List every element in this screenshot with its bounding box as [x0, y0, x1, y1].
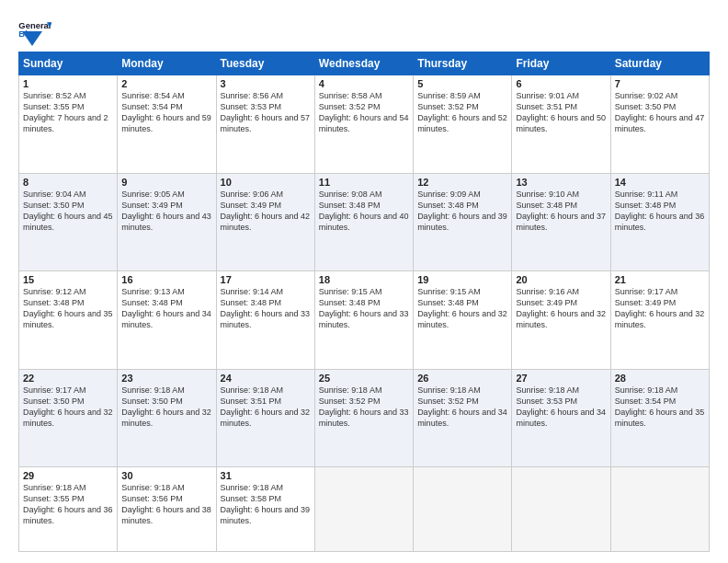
cell-info: Sunrise: 8:59 AMSunset: 3:52 PMDaylight:…: [417, 90, 507, 135]
weekday-header-sunday: Sunday: [19, 52, 118, 75]
table-row: 12Sunrise: 9:09 AMSunset: 3:48 PMDayligh…: [414, 173, 512, 271]
day-number: 20: [516, 274, 606, 285]
calendar-week-4: 22Sunrise: 9:17 AMSunset: 3:50 PMDayligh…: [19, 369, 710, 467]
cell-info: Sunrise: 9:15 AMSunset: 3:48 PMDaylight:…: [417, 286, 507, 331]
cell-info: Sunrise: 8:54 AMSunset: 3:54 PMDaylight:…: [121, 90, 211, 135]
day-number: 23: [121, 373, 211, 384]
table-row: 29Sunrise: 9:18 AMSunset: 3:55 PMDayligh…: [19, 467, 118, 552]
calendar-week-3: 15Sunrise: 9:12 AMSunset: 3:48 PMDayligh…: [19, 271, 710, 370]
table-row: 13Sunrise: 9:10 AMSunset: 3:48 PMDayligh…: [512, 173, 610, 271]
day-number: 9: [121, 177, 211, 188]
day-number: 2: [121, 78, 211, 89]
calendar-week-2: 8Sunrise: 9:04 AMSunset: 3:50 PMDaylight…: [19, 173, 710, 271]
cell-info: Sunrise: 9:02 AMSunset: 3:50 PMDaylight:…: [615, 90, 705, 135]
cell-info: Sunrise: 8:52 AMSunset: 3:55 PMDaylight:…: [23, 90, 113, 135]
page-header: General Blue: [18, 17, 710, 42]
cell-info: Sunrise: 9:18 AMSunset: 3:54 PMDaylight:…: [615, 385, 705, 430]
table-row: 23Sunrise: 9:18 AMSunset: 3:50 PMDayligh…: [118, 369, 216, 467]
day-number: 16: [121, 274, 211, 285]
table-row: 2Sunrise: 8:54 AMSunset: 3:54 PMDaylight…: [118, 75, 216, 174]
cell-info: Sunrise: 9:18 AMSunset: 3:55 PMDaylight:…: [23, 482, 113, 527]
calendar-week-5: 29Sunrise: 9:18 AMSunset: 3:55 PMDayligh…: [19, 467, 710, 552]
cell-info: Sunrise: 9:17 AMSunset: 3:49 PMDaylight:…: [615, 286, 705, 331]
table-row: 7Sunrise: 9:02 AMSunset: 3:50 PMDaylight…: [610, 75, 709, 174]
day-number: 26: [417, 373, 507, 384]
table-row: 26Sunrise: 9:18 AMSunset: 3:52 PMDayligh…: [414, 369, 512, 467]
table-row: 14Sunrise: 9:11 AMSunset: 3:48 PMDayligh…: [610, 173, 709, 271]
day-number: 6: [516, 78, 606, 89]
day-number: 31: [221, 470, 311, 481]
day-number: 5: [417, 78, 507, 89]
cell-info: Sunrise: 9:16 AMSunset: 3:49 PMDaylight:…: [516, 286, 606, 331]
cell-info: Sunrise: 9:18 AMSunset: 3:56 PMDaylight:…: [121, 482, 211, 527]
day-number: 15: [23, 274, 113, 285]
table-row: 20Sunrise: 9:16 AMSunset: 3:49 PMDayligh…: [512, 271, 610, 370]
day-number: 19: [417, 274, 507, 285]
day-number: 7: [615, 78, 705, 89]
day-number: 13: [516, 177, 606, 188]
weekday-header-friday: Friday: [512, 52, 610, 75]
table-row: [610, 467, 709, 552]
table-row: 15Sunrise: 9:12 AMSunset: 3:48 PMDayligh…: [19, 271, 118, 370]
weekday-header-tuesday: Tuesday: [216, 52, 314, 75]
table-row: 27Sunrise: 9:18 AMSunset: 3:53 PMDayligh…: [512, 369, 610, 467]
day-number: 18: [319, 274, 409, 285]
cell-info: Sunrise: 9:12 AMSunset: 3:48 PMDaylight:…: [23, 286, 113, 331]
day-number: 27: [516, 373, 606, 384]
cell-info: Sunrise: 9:09 AMSunset: 3:48 PMDaylight:…: [417, 189, 507, 234]
cell-info: Sunrise: 8:56 AMSunset: 3:53 PMDaylight:…: [221, 90, 311, 135]
day-number: 21: [615, 274, 705, 285]
table-row: 18Sunrise: 9:15 AMSunset: 3:48 PMDayligh…: [314, 271, 413, 370]
day-number: 1: [23, 78, 113, 89]
day-number: 12: [417, 177, 507, 188]
weekday-header-saturday: Saturday: [610, 52, 709, 75]
cell-info: Sunrise: 9:08 AMSunset: 3:48 PMDaylight:…: [319, 189, 409, 234]
table-row: [314, 467, 413, 552]
day-number: 30: [121, 470, 211, 481]
svg-marker-3: [22, 31, 42, 46]
cell-info: Sunrise: 9:10 AMSunset: 3:48 PMDaylight:…: [516, 189, 606, 234]
cell-info: Sunrise: 9:18 AMSunset: 3:58 PMDaylight:…: [221, 482, 311, 527]
day-number: 17: [221, 274, 311, 285]
logo-arrow-icon: [22, 31, 42, 46]
table-row: [512, 467, 610, 552]
table-row: 10Sunrise: 9:06 AMSunset: 3:49 PMDayligh…: [216, 173, 314, 271]
table-row: 21Sunrise: 9:17 AMSunset: 3:49 PMDayligh…: [610, 271, 709, 370]
cell-info: Sunrise: 9:18 AMSunset: 3:52 PMDaylight:…: [319, 385, 409, 430]
table-row: 22Sunrise: 9:17 AMSunset: 3:50 PMDayligh…: [19, 369, 118, 467]
cell-info: Sunrise: 9:18 AMSunset: 3:51 PMDaylight:…: [221, 385, 311, 430]
table-row: 16Sunrise: 9:13 AMSunset: 3:48 PMDayligh…: [118, 271, 216, 370]
weekday-header-wednesday: Wednesday: [314, 52, 413, 75]
day-number: 3: [221, 78, 311, 89]
table-row: [414, 467, 512, 552]
cell-info: Sunrise: 9:15 AMSunset: 3:48 PMDaylight:…: [319, 286, 409, 331]
table-row: 31Sunrise: 9:18 AMSunset: 3:58 PMDayligh…: [216, 467, 314, 552]
day-number: 8: [23, 177, 113, 188]
day-number: 10: [221, 177, 311, 188]
cell-info: Sunrise: 9:11 AMSunset: 3:48 PMDaylight:…: [615, 189, 705, 234]
cell-info: Sunrise: 9:05 AMSunset: 3:49 PMDaylight:…: [121, 189, 211, 234]
day-number: 4: [319, 78, 409, 89]
table-row: 3Sunrise: 8:56 AMSunset: 3:53 PMDaylight…: [216, 75, 314, 174]
table-row: 11Sunrise: 9:08 AMSunset: 3:48 PMDayligh…: [314, 173, 413, 271]
cell-info: Sunrise: 9:04 AMSunset: 3:50 PMDaylight:…: [23, 189, 113, 234]
weekday-header-thursday: Thursday: [414, 52, 512, 75]
cell-info: Sunrise: 9:06 AMSunset: 3:49 PMDaylight:…: [221, 189, 311, 234]
table-row: 9Sunrise: 9:05 AMSunset: 3:49 PMDaylight…: [118, 173, 216, 271]
calendar-week-1: 1Sunrise: 8:52 AMSunset: 3:55 PMDaylight…: [19, 75, 710, 174]
cell-info: Sunrise: 8:58 AMSunset: 3:52 PMDaylight:…: [319, 90, 409, 135]
cell-info: Sunrise: 9:18 AMSunset: 3:53 PMDaylight:…: [516, 385, 606, 430]
cell-info: Sunrise: 9:18 AMSunset: 3:50 PMDaylight:…: [121, 385, 211, 430]
day-number: 22: [23, 373, 113, 384]
weekday-header-monday: Monday: [118, 52, 216, 75]
day-number: 29: [23, 470, 113, 481]
logo: General Blue: [18, 20, 51, 42]
table-row: 8Sunrise: 9:04 AMSunset: 3:50 PMDaylight…: [19, 173, 118, 271]
table-row: 19Sunrise: 9:15 AMSunset: 3:48 PMDayligh…: [414, 271, 512, 370]
table-row: 6Sunrise: 9:01 AMSunset: 3:51 PMDaylight…: [512, 75, 610, 174]
table-row: 25Sunrise: 9:18 AMSunset: 3:52 PMDayligh…: [314, 369, 413, 467]
table-row: 4Sunrise: 8:58 AMSunset: 3:52 PMDaylight…: [314, 75, 413, 174]
day-number: 24: [221, 373, 311, 384]
day-number: 11: [319, 177, 409, 188]
cell-info: Sunrise: 9:18 AMSunset: 3:52 PMDaylight:…: [417, 385, 507, 430]
